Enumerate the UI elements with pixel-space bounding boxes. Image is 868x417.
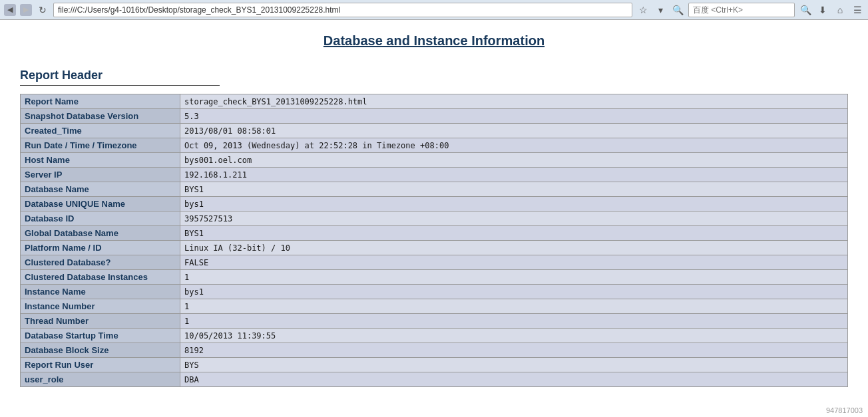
table-row: Report Namestorage_check_BYS1_2013100922… [21, 94, 848, 109]
table-row: Clustered Database Instances1 [21, 270, 848, 285]
table-cell-value: 8192 [180, 343, 848, 358]
menu-icon[interactable]: ☰ [851, 3, 864, 17]
table-cell-value: 2013/08/01 08:58:01 [180, 124, 848, 138]
table-cell-label: Global Database Name [21, 226, 180, 241]
table-cell-label: user_role [21, 372, 180, 387]
table-cell-label: Database ID [21, 211, 180, 226]
table-cell-value: FALSE [180, 255, 848, 270]
table-cell-value: 1 [180, 299, 848, 314]
table-row: Global Database NameBYS1 [21, 226, 848, 241]
home-icon[interactable]: ⌂ [833, 3, 847, 17]
table-cell-label: Snapshot Database Version [21, 109, 180, 124]
back-button[interactable]: ◀ [4, 4, 16, 16]
table-cell-label: Thread Number [21, 314, 180, 329]
table-row: Database NameBYS1 [21, 182, 848, 197]
page-content: Database and Instance Information Report… [0, 20, 868, 400]
star-down-icon[interactable]: ▾ [654, 3, 667, 17]
table-cell-value: bys1 [180, 197, 848, 211]
table-cell-label: Platform Name / ID [21, 241, 180, 255]
table-row: Server IP192.168.1.211 [21, 168, 848, 182]
table-row: Thread Number1 [21, 314, 848, 329]
table-cell-value: 192.168.1.211 [180, 168, 848, 182]
table-cell-value: 5.3 [180, 109, 848, 124]
table-row: Clustered Database?FALSE [21, 255, 848, 270]
table-row: Database UNIQUE Namebys1 [21, 197, 848, 211]
table-cell-value: bys001.oel.com [180, 153, 848, 168]
table-cell-label: Database Name [21, 182, 180, 197]
table-row: Instance Namebys1 [21, 285, 848, 299]
section-divider [20, 85, 220, 86]
table-row: Run Date / Time / TimezoneOct 09, 2013 (… [21, 138, 848, 153]
browser-action-icons: ☆ ▾ [636, 3, 667, 17]
table-cell-value: Linux IA (32-bit) / 10 [180, 241, 848, 255]
table-cell-label: Database UNIQUE Name [21, 197, 180, 211]
table-cell-value: 1 [180, 314, 848, 329]
refresh-icon[interactable]: ↻ [36, 3, 49, 17]
table-cell-label: Host Name [21, 153, 180, 168]
table-cell-value: bys1 [180, 285, 848, 299]
table-cell-value: BYS1 [180, 182, 848, 197]
table-cell-value: 3957527513 [180, 211, 848, 226]
table-cell-value: 10/05/2013 11:39:55 [180, 329, 848, 343]
table-row: Instance Number1 [21, 299, 848, 314]
table-cell-label: Report Run User [21, 358, 180, 372]
table-cell-label: Database Startup Time [21, 329, 180, 343]
table-row: Created_Time2013/08/01 08:58:01 [21, 124, 848, 138]
table-cell-label: Clustered Database Instances [21, 270, 180, 285]
table-cell-value: DBA [180, 372, 848, 387]
table-cell-label: Report Name [21, 94, 180, 109]
table-row: Database ID3957527513 [21, 211, 848, 226]
browser-toolbar: ◀ ▶ ↻ ☆ ▾ 🔍 🔍 ⬇ ⌂ ☰ [0, 0, 868, 20]
table-cell-label: Instance Name [21, 285, 180, 299]
url-bar[interactable] [53, 3, 632, 17]
table-cell-value: 1 [180, 270, 848, 285]
table-cell-value: storage_check_BYS1_20131009225228.html [180, 94, 848, 109]
search-go-icon[interactable]: 🔍 [799, 3, 812, 17]
table-row: Database Startup Time10/05/2013 11:39:55 [21, 329, 848, 343]
table-row: Database Block Size8192 [21, 343, 848, 358]
table-cell-label: Created_Time [21, 124, 180, 138]
table-cell-label: Run Date / Time / Timezone [21, 138, 180, 153]
table-cell-label: Clustered Database? [21, 255, 180, 270]
table-cell-value: Oct 09, 2013 (Wednesday) at 22:52:28 in … [180, 138, 848, 153]
table-row: Host Namebys001.oel.com [21, 153, 848, 168]
table-row: Snapshot Database Version5.3 [21, 109, 848, 124]
table-row: user_roleDBA [21, 372, 848, 387]
table-cell-value: BYS [180, 358, 848, 372]
favicon-icon: 🔍 [671, 3, 684, 17]
info-table: Report Namestorage_check_BYS1_2013100922… [20, 94, 848, 387]
table-row: Platform Name / IDLinux IA (32-bit) / 10 [21, 241, 848, 255]
page-title: Database and Instance Information [20, 33, 848, 49]
section-title: Report Header [20, 69, 848, 82]
table-row: Report Run UserBYS [21, 358, 848, 372]
search-bar[interactable] [688, 3, 795, 17]
table-cell-label: Instance Number [21, 299, 180, 314]
table-cell-value: BYS1 [180, 226, 848, 241]
table-cell-label: Server IP [21, 168, 180, 182]
forward-button[interactable]: ▶ [20, 4, 32, 16]
table-cell-label: Database Block Size [21, 343, 180, 358]
star-icon[interactable]: ☆ [636, 3, 650, 17]
download-icon[interactable]: ⬇ [816, 3, 829, 17]
